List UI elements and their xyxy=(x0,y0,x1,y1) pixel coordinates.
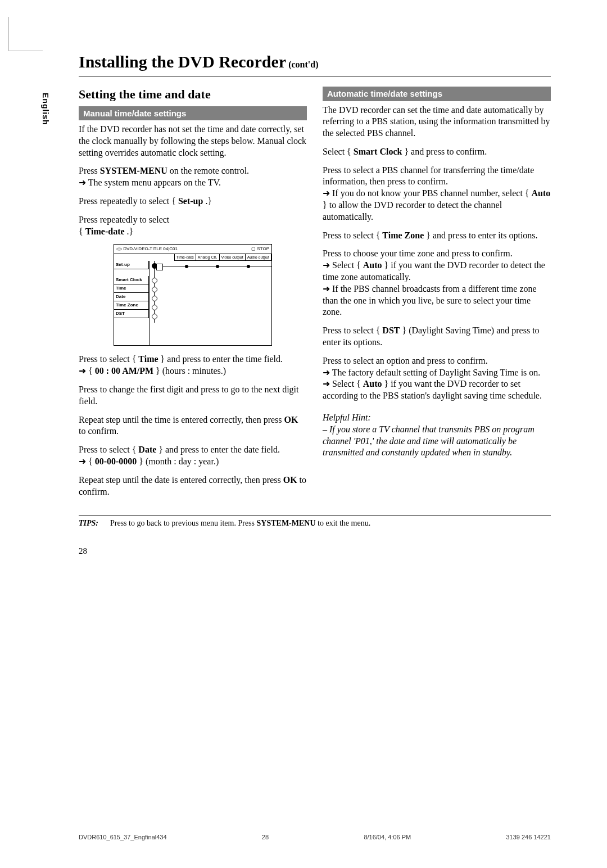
osd-tab: Time-date xyxy=(174,254,196,261)
osd-side-item: Time xyxy=(114,284,149,293)
osd-side-item: Set-up xyxy=(114,261,149,269)
text: } and press to enter the date field. xyxy=(156,445,280,454)
text-bold: DST xyxy=(382,326,400,335)
text-bold: Smart Clock xyxy=(354,147,402,156)
para: Press to select { DST } (Daylight Saving… xyxy=(323,325,551,349)
text: { xyxy=(88,456,95,466)
arrow-line: If you do not know your PBS channel numb… xyxy=(323,188,550,221)
arrow-line: { 00 : 00 AM/PM } (hours : minutes.) xyxy=(79,366,226,376)
footer-date: 8/16/04, 4:06 PM xyxy=(364,833,411,841)
text-bold: OK xyxy=(283,475,297,485)
para: Press repeatedly to select { Set-up .} xyxy=(79,196,307,207)
osd-header-right: ▢ STOP xyxy=(251,247,269,251)
arrow-line: If the PBS channel broadcasts from a dif… xyxy=(323,284,537,317)
osd-tabs: Time-date Analog Ch. Video output Audio … xyxy=(114,254,271,261)
text: } (month : day : year.) xyxy=(137,456,219,466)
text: Select { xyxy=(332,260,363,270)
text-bold: Auto xyxy=(532,188,551,198)
osd-header: DVD-VIDEO-TITLE 04|C01 ▢ STOP xyxy=(114,245,271,254)
right-column: Automatic time/date settings The DVD rec… xyxy=(323,87,551,504)
osd-body: Set-up Smart Clock Time Date Time Zone D… xyxy=(114,261,271,345)
text: { xyxy=(79,227,85,236)
text-bold: Auto xyxy=(363,379,382,388)
text: Press to select { xyxy=(323,326,382,335)
osd-tab: Analog Ch. xyxy=(196,254,220,261)
text-bold: Auto xyxy=(363,260,382,270)
osd-side-item: DST xyxy=(114,310,149,318)
text: } to allow the DVD recorder to detect th… xyxy=(323,200,502,221)
text: to exit the menu. xyxy=(316,519,371,527)
text: Select { xyxy=(332,379,363,388)
osd-tab: Audio output xyxy=(245,254,271,261)
svg-point-0 xyxy=(117,248,122,250)
para: Press to select an option and press to c… xyxy=(323,355,551,402)
text: Repeat step until the date is entered co… xyxy=(79,475,283,485)
title-rule xyxy=(79,76,551,76)
osd-header-left: DVD-VIDEO-TITLE 04|C01 xyxy=(116,246,178,252)
bar-heading-manual: Manual time/date settings xyxy=(79,106,307,121)
text: DVD-VIDEO-TITLE 04|C01 xyxy=(123,247,178,252)
para: Press to select { Date } and press to en… xyxy=(79,444,307,468)
title-sub: (cont'd) xyxy=(288,60,318,69)
para: Press SYSTEM-MENU on the remote control.… xyxy=(79,165,307,189)
text: .} xyxy=(203,196,212,206)
tips-line: TIPS: Press to go back to previous menu … xyxy=(79,518,551,528)
para: The DVD recorder can set the time and da… xyxy=(323,105,551,139)
text: to confirm. xyxy=(79,426,119,436)
arrow-line: Select { Auto } if you want the DVD reco… xyxy=(323,379,542,400)
text: } (hours : minutes.) xyxy=(153,366,226,376)
two-columns: Setting the time and date Manual time/da… xyxy=(79,87,551,504)
footer-mid: 28 xyxy=(262,833,269,841)
arrow-line: Select { Auto } if you want the DVD reco… xyxy=(323,260,545,282)
text-bold: SYSTEM-MENU xyxy=(100,166,167,175)
osd-side-item: Time Zone xyxy=(114,301,149,310)
left-column: Setting the time and date Manual time/da… xyxy=(79,87,307,504)
arrow-line: { 00-00-0000 } (month : day : year.) xyxy=(79,456,219,466)
text-bold: SYSTEM-MENU xyxy=(257,519,316,527)
page-number: 28 xyxy=(79,546,551,557)
title-main: Installing the DVD Recorder xyxy=(79,52,286,71)
crop-mark xyxy=(8,17,43,51)
text: STOP xyxy=(257,246,269,251)
osd-screenshot: DVD-VIDEO-TITLE 04|C01 ▢ STOP Time-date … xyxy=(114,244,272,346)
para: Repeat step until the time is entered co… xyxy=(79,414,307,438)
text: Select { xyxy=(323,147,354,156)
text: Press repeatedly to select xyxy=(79,215,169,224)
text-bold: Time Zone xyxy=(382,230,424,240)
para: Press to choose your time zone and press… xyxy=(323,248,551,318)
osd-node-column xyxy=(150,261,160,345)
tips-label: TIPS: xyxy=(79,519,98,527)
footer-left: DVDR610_615_37_Engfinal434 xyxy=(79,833,167,841)
text-bold: Time xyxy=(138,354,158,364)
para: If the DVD recorder has not set the time… xyxy=(79,124,307,159)
text-bold: Set-up xyxy=(178,196,203,206)
footer-code: 3139 246 14221 xyxy=(506,833,551,841)
text-bold: Date xyxy=(138,445,156,454)
text: Press to select an option and press to c… xyxy=(323,356,488,365)
osd-tab: Video output xyxy=(219,254,246,261)
osd-side-item: Date xyxy=(114,293,149,301)
text: Press repeatedly to select { xyxy=(79,196,178,206)
helpful-hint: Helpful Hint: – If you store a TV channe… xyxy=(323,412,551,459)
text: Press to select { xyxy=(323,230,382,240)
text: Press to select a PBS channel for transf… xyxy=(323,165,534,187)
page: English Installing the DVD Recorder (con… xyxy=(0,0,607,868)
text-bold: Time-date xyxy=(85,227,125,236)
text: Press to select { xyxy=(79,354,138,364)
para: Press to select { Time Zone } and press … xyxy=(323,230,551,242)
osd-sidebar: Set-up Smart Clock Time Date Time Zone D… xyxy=(114,261,150,345)
para: Press to select { Time } and press to en… xyxy=(79,354,307,377)
language-tab: English xyxy=(40,93,51,125)
para: Select { Smart Clock } and press to conf… xyxy=(323,146,551,158)
text: on the remote control. xyxy=(167,166,249,175)
text-bold: 00 : 00 AM/PM xyxy=(95,366,153,376)
text: Press xyxy=(79,166,100,175)
text-bold: OK xyxy=(284,415,298,424)
bar-heading-auto: Automatic time/date settings xyxy=(323,87,551,101)
text: .} xyxy=(125,227,134,236)
hint-title: Helpful Hint: xyxy=(323,412,551,424)
page-title: Installing the DVD Recorder (cont'd) xyxy=(79,51,551,73)
text-bold: 00-00-0000 xyxy=(95,456,137,466)
section-heading: Setting the time and date xyxy=(79,87,307,103)
footer: DVDR610_615_37_Engfinal434 28 8/16/04, 4… xyxy=(79,833,551,841)
